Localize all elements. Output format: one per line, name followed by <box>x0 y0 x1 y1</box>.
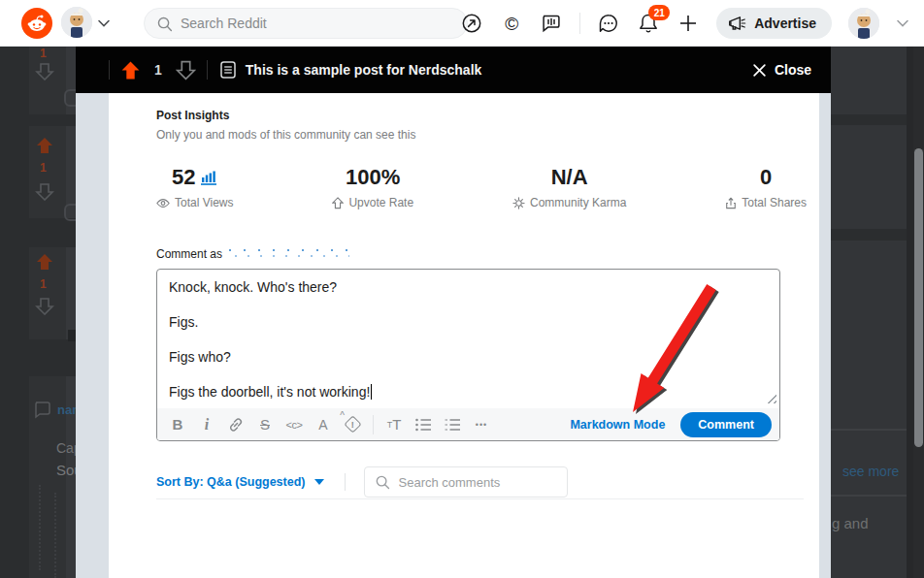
notifications-bell-icon[interactable]: 21 <box>637 12 660 35</box>
comment-line: Figs the doorbell, it's not working! <box>169 374 768 409</box>
downvote-icon[interactable] <box>176 60 196 80</box>
comment-search-input[interactable] <box>399 475 554 490</box>
bg-divider <box>831 495 907 497</box>
chevron-down-icon[interactable] <box>97 16 111 30</box>
stat-total-views: 52 <box>156 165 233 209</box>
stat-label: Upvote Rate <box>348 196 413 209</box>
comment-line: Knock, knock. Who's there? <box>169 270 768 305</box>
redacted-username[interactable] <box>227 246 349 261</box>
stat-total-shares: 0 Total Shares <box>725 165 807 209</box>
post-modal-body: Post Insights Only you and mods of this … <box>76 93 831 578</box>
caret-down-icon <box>314 479 324 485</box>
stat-label: Total Views <box>175 196 233 209</box>
upvote-icon[interactable] <box>120 60 141 80</box>
avatar-image <box>848 8 879 39</box>
account-avatar[interactable] <box>848 8 879 39</box>
bg-downvote-icon <box>35 297 54 316</box>
bar-chart-icon[interactable] <box>200 169 217 186</box>
reddit-logo[interactable] <box>21 8 52 39</box>
comments-divider <box>156 498 804 499</box>
header-divider <box>207 60 208 80</box>
post-modal-header: 1 This is a sample post for Nerdschalk C… <box>76 47 831 93</box>
screen: 1 1 1 nam Cap Sou see more g and <box>0 0 924 578</box>
search-input[interactable] <box>181 16 433 31</box>
superscript-icon[interactable]: A^ <box>309 412 338 437</box>
advertise-button[interactable]: Advertise <box>716 8 832 39</box>
stat-label: Community Karma <box>530 196 626 209</box>
bg-upvote-icon <box>35 136 54 155</box>
stat-value: N/A <box>551 165 588 190</box>
bg-thread-line <box>39 485 41 570</box>
chevron-down-icon[interactable] <box>896 16 909 30</box>
stat-value: 100% <box>346 165 400 190</box>
toolbar-divider <box>373 415 374 434</box>
popular-icon[interactable] <box>460 12 483 35</box>
comment-textarea[interactable]: Knock, knock. Who's there? Figs. Figs wh… <box>157 270 779 409</box>
bg-vote-count: 1 <box>40 47 47 60</box>
bold-icon[interactable]: B <box>163 412 192 437</box>
bg-vote-count: 1 <box>40 277 47 291</box>
create-post-plus-icon[interactable] <box>676 12 700 35</box>
post-insights-subtitle: Only you and mods of this community can … <box>156 128 819 142</box>
stat-label: Total Shares <box>742 196 807 209</box>
bg-divider <box>831 429 907 431</box>
header-divider <box>109 60 110 80</box>
bg-text-fragment: g and <box>832 515 869 531</box>
advertise-label: Advertise <box>754 16 816 31</box>
inline-code-icon[interactable]: <c> <box>280 412 309 437</box>
bg-thread-line <box>54 493 56 578</box>
user-avatar[interactable] <box>61 7 92 38</box>
stat-value: 0 <box>760 165 772 190</box>
editor-toolbar: B i S <c> A^ ! <box>157 408 779 440</box>
bg-upvote-icon <box>35 252 54 272</box>
coins-icon[interactable]: © <box>500 12 523 35</box>
post-vote-count: 1 <box>154 62 162 78</box>
search-icon <box>375 474 390 490</box>
bg-right-card <box>831 125 907 229</box>
italic-icon[interactable]: i <box>192 412 221 437</box>
bg-comment-bubble-icon <box>32 400 51 419</box>
post-content-card: Post Insights Only you and mods of this … <box>109 93 819 578</box>
insights-stats-row: 52 <box>156 165 807 209</box>
bg-downvote-icon <box>35 182 54 202</box>
markdown-mode-link[interactable]: Markdown Mode <box>570 418 665 432</box>
chat-icon[interactable] <box>597 12 620 35</box>
comments-bar: Sort By: Q&a (Suggested) <box>156 466 819 498</box>
post-insights-title: Post Insights <box>156 93 819 122</box>
comment-as-row: Comment as <box>156 246 819 261</box>
stat-community-karma: N/A <box>512 165 626 209</box>
comment-submit-button[interactable]: Comment <box>680 412 772 437</box>
nav-divider <box>579 13 580 34</box>
comment-editor: Knock, knock. Who's there? Figs. Figs wh… <box>156 269 780 441</box>
avatar-image <box>61 7 92 38</box>
post-modal: 1 This is a sample post for Nerdschalk C… <box>76 47 831 578</box>
strikethrough-icon[interactable]: S <box>250 412 280 437</box>
share-icon <box>725 197 737 209</box>
more-options-icon[interactable]: ••• <box>467 412 496 437</box>
talk-icon[interactable] <box>540 12 563 35</box>
scrollbar-thumb[interactable] <box>914 148 923 447</box>
vertical-divider <box>345 473 346 491</box>
search-icon <box>156 16 173 32</box>
stat-upvote-rate: 100% Upvote Rate <box>332 165 413 209</box>
stat-value: 52 <box>172 165 195 190</box>
snoo-icon <box>26 13 48 34</box>
scrollbar-gutter <box>907 47 913 578</box>
sort-by-dropdown[interactable]: Sort By: Q&a (Suggested) <box>156 475 324 489</box>
text-cursor <box>371 384 372 400</box>
bg-see-more-link: see more <box>842 464 899 479</box>
search-bar[interactable] <box>144 8 468 39</box>
link-icon[interactable] <box>221 412 250 437</box>
comment-line: Figs. <box>169 305 768 339</box>
numbered-list-icon[interactable] <box>438 412 467 437</box>
sort-by-label: Sort By: Q&a (Suggested) <box>156 475 306 489</box>
close-button[interactable]: Close <box>752 47 811 93</box>
heading-icon[interactable]: TT <box>380 412 409 437</box>
upvote-outline-icon <box>332 197 344 209</box>
bulleted-list-icon[interactable] <box>409 412 438 437</box>
eye-icon <box>156 198 170 209</box>
bg-vote-count: 1 <box>40 161 47 175</box>
bg-right-card <box>831 47 907 114</box>
comment-search-box[interactable] <box>364 466 568 498</box>
top-navbar: © 21 Adve <box>0 0 924 47</box>
